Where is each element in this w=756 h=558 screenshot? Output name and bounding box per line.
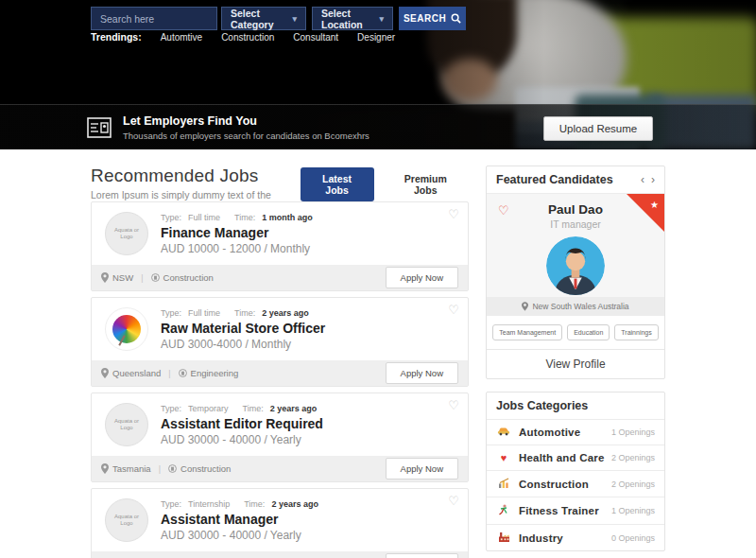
tab-premium-jobs[interactable]: Premium Jobs xyxy=(383,167,469,201)
featured-ribbon: ★ xyxy=(627,194,664,232)
chevron-down-icon: ▾ xyxy=(292,14,297,24)
category-item-construction[interactable]: Construction 2 Openings xyxy=(487,470,664,497)
category-openings: 2 Openings xyxy=(611,480,655,489)
separator: | xyxy=(159,464,161,474)
apply-now-button[interactable]: Apply Now xyxy=(386,362,458,384)
resume-icon xyxy=(87,117,112,138)
job-footer: NSW | Construction Apply Now xyxy=(92,265,468,290)
candidate-avatar xyxy=(546,236,605,295)
category-list: Automotive 1 Openings ♥ Health and Care … xyxy=(487,419,664,550)
job-card: ♡ Aquata or Logo Type: Tinternship Time:… xyxy=(91,488,469,558)
carousel-arrows: ‹ › xyxy=(641,174,655,185)
category-item-fitness-trainer[interactable]: Fitness Trainer 1 Openings xyxy=(487,497,664,524)
candidate-tags: Team Management Education Trainnings xyxy=(487,316,664,349)
job-title[interactable]: Assistant Editor Required xyxy=(161,416,455,431)
job-body: Aquata or Logo Type: Full time Time: 1 m… xyxy=(92,202,468,265)
trending-link-construction[interactable]: Construction xyxy=(221,32,274,43)
category-item-health-and-care[interactable]: ♥ Health and Care 2 Openings xyxy=(487,445,664,470)
jobs-header: Recommended Jobs Lorem Ipsum is simply d… xyxy=(91,166,469,201)
search-button-label: SEARCH xyxy=(404,13,446,24)
job-card: ♡ Type: Full time Time: 2 years ago Ra xyxy=(91,297,469,387)
hero-section: Select Category ▾ Select Location ▾ SEAR… xyxy=(0,0,756,149)
location-dropdown-label: Select Location xyxy=(321,8,373,30)
trending-link-designer[interactable]: Designer xyxy=(357,32,395,43)
category-openings: 2 Openings xyxy=(611,453,655,462)
company-logo-text: Aquata or Logo xyxy=(110,227,144,241)
job-body: Aquata or Logo Type: Temporary Time: 2 y… xyxy=(92,393,468,456)
prev-arrow-icon[interactable]: ‹ xyxy=(641,174,644,185)
job-category: Construction xyxy=(163,272,214,283)
pinwheel-logo xyxy=(112,315,141,343)
location-pin-icon xyxy=(522,302,528,311)
main-content: Recommended Jobs Lorem Ipsum is simply d… xyxy=(0,149,756,558)
tab-latest-jobs[interactable]: Latest Jobs xyxy=(301,167,374,201)
employers-banner: Let Employers Find You Thousands of empl… xyxy=(0,104,756,149)
chevron-down-icon: ▾ xyxy=(379,14,384,24)
company-logo-placeholder: Aquata or Logo xyxy=(105,212,148,255)
building-icon xyxy=(179,369,187,377)
job-posted-time: 2 years ago xyxy=(270,404,318,413)
sidebar: Featured Candidates ‹ › ♡ ★ Paul Dao IT … xyxy=(486,166,665,558)
jobs-column: Recommended Jobs Lorem Ipsum is simply d… xyxy=(91,166,469,558)
candidate-location: New South Wales Australia xyxy=(487,297,664,316)
view-profile-button[interactable]: View Profile xyxy=(487,349,664,378)
time-label: Time: xyxy=(244,499,265,509)
apply-now-button[interactable]: Apply Now xyxy=(386,458,458,480)
location-pin-icon xyxy=(101,463,109,474)
job-title[interactable]: Finance Manager xyxy=(161,225,455,240)
category-item-industry[interactable]: Industry 0 Openings xyxy=(487,524,664,550)
category-label: Construction xyxy=(519,479,589,490)
category-label: Health and Care xyxy=(519,452,605,463)
upload-resume-button[interactable]: Upload Resume xyxy=(543,116,653,141)
jobs-categories-panel: Jobs Categories Automotive 1 Openings ♥ … xyxy=(486,392,665,551)
job-card: ♡ Aquata or Logo Type: Temporary Time: 2… xyxy=(91,392,469,482)
location-dropdown[interactable]: Select Location ▾ xyxy=(312,7,393,30)
favorite-heart-icon[interactable]: ♡ xyxy=(448,495,459,507)
job-portal-page: Select Category ▾ Select Location ▾ SEAR… xyxy=(0,0,756,558)
favorite-heart-icon[interactable]: ♡ xyxy=(498,203,509,218)
tag-education[interactable]: Education xyxy=(567,324,610,340)
type-label: Type: xyxy=(161,213,181,222)
job-salary: AUD 3000-4000 / Monthly xyxy=(161,338,455,351)
category-item-automotive[interactable]: Automotive 1 Openings xyxy=(487,419,664,445)
favorite-heart-icon[interactable]: ♡ xyxy=(448,399,459,411)
next-arrow-icon[interactable]: › xyxy=(651,174,655,185)
jobs-tabs: Latest Jobs Premium Jobs xyxy=(301,167,469,201)
job-location: Tasmania xyxy=(112,463,151,474)
apply-now-button[interactable]: Apply Now xyxy=(386,553,458,558)
category-label: Automotive xyxy=(519,427,580,438)
banner-texts: Let Employers Find You Thousands of empl… xyxy=(123,114,369,141)
favorite-heart-icon[interactable]: ♡ xyxy=(448,304,459,316)
category-dropdown[interactable]: Select Category ▾ xyxy=(221,7,306,30)
apply-now-button[interactable]: Apply Now xyxy=(386,267,458,288)
job-posted-time: 2 years ago xyxy=(271,499,318,509)
search-button[interactable]: SEARCH xyxy=(399,7,466,30)
favorite-heart-icon[interactable]: ♡ xyxy=(448,208,459,220)
job-title[interactable]: Assistant Manager xyxy=(161,512,455,527)
jobs-categories-title: Jobs Categories xyxy=(496,399,588,412)
job-posted-time: 2 years ago xyxy=(262,308,309,318)
company-logo-text: Aquata or Logo xyxy=(110,418,144,432)
company-logo-placeholder: Aquata or Logo xyxy=(105,498,148,542)
featured-candidates-header: Featured Candidates ‹ › xyxy=(487,166,664,193)
trending-link-consultant[interactable]: Consultant xyxy=(293,32,338,43)
tag-team-management[interactable]: Team Management xyxy=(492,324,562,340)
job-type: Temporary xyxy=(188,404,229,413)
separator: | xyxy=(168,369,170,378)
jobs-categories-header: Jobs Categories xyxy=(487,392,664,419)
job-body: Type: Full time Time: 2 years ago Raw Ma… xyxy=(92,298,468,360)
page-title: Recommended Jobs xyxy=(91,166,301,186)
construction-chart-icon xyxy=(496,478,511,490)
time-label: Time: xyxy=(243,404,264,413)
tag-trainnings[interactable]: Trainnings xyxy=(614,324,658,340)
building-icon xyxy=(168,464,177,473)
job-info: Type: Full time Time: 2 years ago Raw Ma… xyxy=(161,308,455,351)
job-location: NSW xyxy=(112,272,133,283)
trendings-label: Trendings: xyxy=(91,31,142,43)
trending-link-automtive[interactable]: Automtive xyxy=(161,32,202,43)
job-meta: Type: Tinternship Time: 2 years ago xyxy=(161,499,455,509)
job-title[interactable]: Raw Material Store Officer xyxy=(161,321,455,336)
car-icon xyxy=(496,427,511,438)
search-input[interactable] xyxy=(91,7,217,30)
star-icon: ★ xyxy=(650,200,659,210)
